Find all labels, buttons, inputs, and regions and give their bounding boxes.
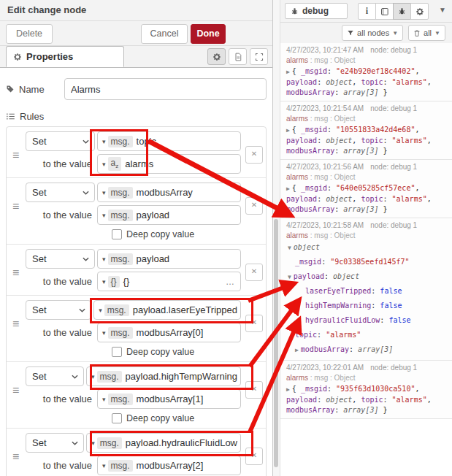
string-type-icon[interactable]: az [108, 157, 122, 170]
msg-type-chip[interactable]: msg. [108, 394, 133, 405]
message-json-preview: ▶{ _msgid: "10551833a42d4e68", payload: … [286, 125, 446, 156]
deep-copy-checkbox[interactable] [112, 347, 122, 357]
name-input[interactable] [64, 78, 267, 100]
expand-editor-button[interactable] [250, 48, 268, 65]
remove-rule-button[interactable]: ✕ [245, 146, 263, 164]
msg-type-chip[interactable]: msg. [97, 437, 122, 449]
message-json-preview: ▶{ _msgid: "640e05285cf57ece", payload: … [286, 183, 446, 215]
drag-handle-icon[interactable]: ≡ [12, 152, 19, 159]
tab-debug[interactable]: debug [285, 3, 348, 19]
caret-down-icon[interactable]: ▾ [99, 307, 102, 314]
deep-copy-checkbox[interactable] [112, 413, 122, 423]
caret-down-icon[interactable]: ▾ [102, 161, 106, 168]
msg-type-chip[interactable]: msg. [108, 210, 133, 221]
caret-down-icon[interactable]: ▾ [102, 256, 106, 263]
rule-value-input[interactable]: ▾ msg. modbusArray[2] [97, 456, 241, 475]
deep-copy-checkbox[interactable] [112, 229, 122, 239]
tab-properties[interactable]: Properties [6, 46, 124, 67]
caret-down-icon[interactable]: ▾ [102, 396, 106, 403]
msg-type-chip[interactable]: msg. [108, 253, 133, 265]
rule-row-4: ≡ ✕ Set ▾ msg. payload.laserEyeTripped [7, 296, 266, 362]
json-object-row: ▼object [286, 240, 446, 255]
delete-button[interactable]: Delete [6, 24, 53, 44]
rule-action-select[interactable]: Set [26, 131, 95, 151]
expand-caret-icon[interactable]: ▶ [286, 127, 290, 134]
collapse-caret-icon[interactable]: ▼ [288, 274, 291, 280]
expand-caret-icon[interactable]: ▶ [286, 185, 290, 192]
caret-down-icon[interactable]: ▾ [102, 138, 106, 145]
rule-row-2: ≡ ✕ Set ▾ msg. modbusArray [7, 178, 266, 245]
message-json-preview: ▶{ _msgid: "935f63d1030ca510", payload: … [286, 384, 446, 415]
expand-caret-icon[interactable]: ▶ [286, 386, 290, 393]
info-tab-button[interactable]: i [358, 3, 376, 20]
edit-json-button[interactable]: … [226, 277, 235, 287]
caret-down-icon[interactable]: ▾ [102, 212, 106, 219]
json-type-icon[interactable]: {} [108, 276, 120, 288]
rule-action-select[interactable]: Set [26, 300, 91, 320]
caret-down-icon[interactable]: ▾ [91, 439, 95, 447]
help-tab-button[interactable] [375, 3, 394, 20]
caret-down-icon[interactable]: ▾ [102, 329, 106, 337]
rules-container: ≡ ✕ Set ▾ msg. topic t [6, 126, 267, 476]
clear-messages-button[interactable]: all ▼ [408, 25, 445, 41]
rule-action-select[interactable]: Set [26, 366, 84, 386]
rule-value-input[interactable]: ▾ {} {} … [97, 272, 241, 291]
node-description-button[interactable] [229, 48, 247, 65]
drag-handle-icon[interactable]: ≡ [12, 320, 19, 328]
msg-type-chip[interactable]: msg. [108, 187, 133, 199]
sidebar-menu-caret[interactable]: ▼ [439, 6, 446, 14]
rule-property-input[interactable]: ▾ msg. modbusArray [97, 183, 241, 202]
rule-action-select[interactable]: Set [26, 433, 84, 453]
drag-handle-icon[interactable]: ≡ [12, 203, 19, 210]
rule-value-input[interactable]: ▾ msg. modbusArray[1] [97, 389, 241, 409]
scrollbar-thumb[interactable] [274, 219, 278, 467]
rule-action-select[interactable]: Set [26, 183, 95, 202]
chevron-down-icon [72, 375, 78, 379]
edit-panel-scrollbar[interactable] [273, 0, 280, 476]
msg-type-chip[interactable]: msg. [108, 460, 133, 472]
expand-caret-icon[interactable]: ▶ [295, 347, 299, 353]
remove-rule-button[interactable]: ✕ [245, 197, 263, 215]
expand-caret-icon[interactable]: ▶ [286, 69, 290, 75]
node-settings-button[interactable] [207, 48, 226, 65]
drag-handle-icon[interactable]: ≡ [12, 387, 19, 394]
rule-row-6: ≡ ✕ Set ▾ msg. payload.hydraulicFluidLow [7, 429, 266, 476]
collapse-caret-icon[interactable]: ▼ [288, 245, 291, 251]
rule-action-select[interactable]: Set [26, 249, 95, 269]
cancel-button[interactable]: Cancel [141, 24, 188, 44]
rule-property-input[interactable]: ▾ msg. payload.laserEyeTripped [93, 300, 241, 320]
caret-down-icon[interactable]: ▾ [102, 189, 106, 196]
msg-type-chip[interactable]: msg. [104, 304, 129, 316]
rule-property-input[interactable]: ▾ msg. payload [97, 249, 241, 269]
caret-down-icon[interactable]: ▾ [102, 462, 106, 469]
debug-message: 4/27/2023, 10:21:47 AMnode: debug 1 alar… [280, 43, 452, 101]
msg-type-chip[interactable]: msg. [108, 136, 133, 147]
rule-value-input[interactable]: ▾ msg. modbusArray[0] [97, 323, 241, 342]
config-tab-button[interactable] [410, 3, 429, 20]
rule-value-input[interactable]: ▾ msg. payload [97, 205, 241, 225]
debug-tab-button[interactable] [393, 3, 411, 20]
rule-property-input[interactable]: ▾ msg. payload.highTempWarning [86, 366, 241, 386]
filter-nodes-button[interactable]: all nodes ▼ [342, 25, 403, 41]
name-label: Name [6, 84, 64, 95]
json-modbus-row: ▶modbusArray: array[3] [286, 342, 446, 357]
msg-type-chip[interactable]: msg. [97, 371, 122, 383]
drag-handle-icon[interactable]: ≡ [12, 269, 19, 277]
msg-type-chip[interactable]: msg. [108, 327, 133, 339]
caret-down-icon[interactable]: ▾ [91, 373, 95, 380]
drag-handle-icon[interactable]: ≡ [12, 453, 19, 461]
expand-icon [255, 53, 264, 61]
rule-property-input[interactable]: ▾ msg. payload.hydraulicFluidLow [86, 433, 241, 453]
remove-rule-button[interactable]: ✕ [245, 448, 263, 465]
rule-property-input[interactable]: ▾ msg. topic [97, 131, 241, 151]
debug-message-list: 4/27/2023, 10:21:47 AMnode: debug 1 alar… [280, 43, 452, 476]
debug-message: 4/27/2023, 10:22:01 AMnode: debug 1 alar… [280, 361, 452, 419]
rule-value-input[interactable]: ▾ az alarms [97, 154, 241, 174]
remove-rule-button[interactable]: ✕ [245, 315, 263, 332]
chevron-down-icon [79, 308, 85, 312]
trash-icon [413, 29, 421, 37]
remove-rule-button[interactable]: ✕ [245, 264, 263, 281]
caret-down-icon[interactable]: ▾ [102, 278, 106, 285]
done-button[interactable]: Done [191, 24, 226, 44]
remove-rule-button[interactable]: ✕ [245, 381, 263, 399]
